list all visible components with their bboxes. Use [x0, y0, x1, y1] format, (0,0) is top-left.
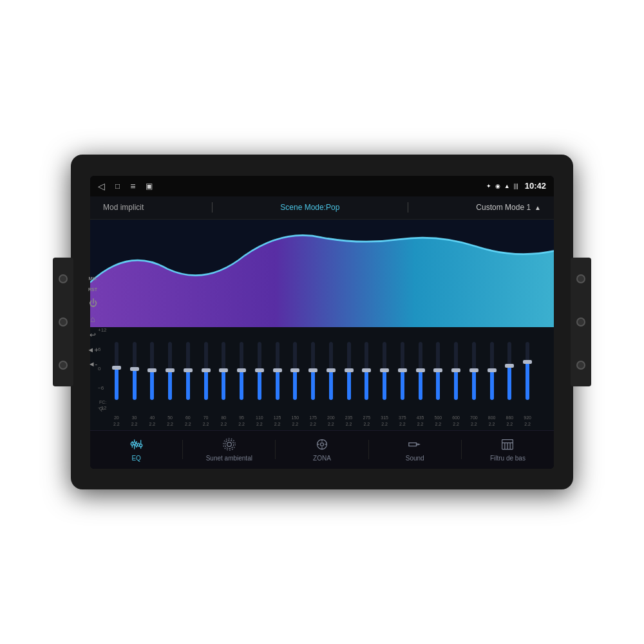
bolt: [59, 317, 68, 327]
slider-track-500[interactable]: [436, 342, 440, 400]
slider-track-125[interactable]: [276, 342, 279, 400]
fc-label-20: 20: [114, 415, 119, 421]
power-icon[interactable]: ⏻: [89, 298, 97, 308]
slider-thumb-275[interactable]: [362, 368, 371, 372]
eq-freq-labels: 202.2302.2402.2502.2602.2702.2802.2952.2…: [90, 412, 554, 430]
right-bracket: [571, 258, 591, 386]
slider-thumb-20[interactable]: [112, 366, 121, 370]
q-label-40: 2.2: [149, 421, 156, 427]
tab-bar: EQSunet ambientalZONASoundFiltru de bas: [90, 430, 554, 469]
slider-track-60[interactable]: [186, 342, 190, 400]
q-label-80: 2.2: [221, 421, 227, 427]
slider-thumb-80[interactable]: [219, 368, 228, 372]
fc-label-60: 60: [185, 415, 191, 421]
slider-track-20[interactable]: [115, 342, 118, 400]
slider-thumb-150[interactable]: [290, 368, 299, 372]
back-side-icon[interactable]: ↩: [90, 330, 96, 339]
eq-band-920: [519, 342, 536, 400]
location-icon: ◉: [495, 183, 500, 189]
q-label-95: 2.2: [238, 421, 245, 427]
mode-custom[interactable]: Custom Mode 1 ▲: [476, 203, 541, 212]
eq-sliders: [90, 327, 554, 412]
slider-track-150[interactable]: [293, 342, 297, 400]
slider-thumb-500[interactable]: [433, 368, 442, 372]
slider-track-50[interactable]: [168, 342, 172, 400]
fc-label-150: 150: [292, 415, 299, 421]
slider-thumb-860[interactable]: [505, 364, 514, 368]
slider-track-200[interactable]: [329, 342, 333, 400]
q-label-375: 2.2: [399, 421, 406, 427]
tab-label-filtru: Filtru de bas: [490, 455, 526, 462]
slider-thumb-700[interactable]: [469, 368, 478, 372]
tab-icon-sunet: [223, 438, 236, 453]
freq-label-col-95: 952.2: [233, 415, 250, 426]
slider-thumb-175[interactable]: [308, 368, 317, 372]
fc-label-700: 700: [470, 415, 478, 421]
slider-track-95[interactable]: [240, 342, 243, 400]
recent-nav-icon[interactable]: ▣: [146, 182, 153, 191]
slider-thumb-200[interactable]: [327, 368, 336, 372]
fc-label-200: 200: [327, 415, 335, 421]
slider-thumb-70[interactable]: [202, 368, 211, 372]
vol-down-icon[interactable]: ◄-: [88, 360, 98, 368]
tab-filtru[interactable]: Filtru de bas: [462, 434, 554, 466]
wave-svg: [90, 220, 554, 327]
tab-sunet[interactable]: Sunet ambiental: [183, 434, 275, 466]
freq-label-col-500: 5002.2: [430, 415, 447, 426]
slider-track-435[interactable]: [419, 342, 422, 400]
tab-zona[interactable]: ZONA: [276, 434, 368, 466]
tab-eq[interactable]: EQ: [90, 434, 182, 466]
slider-track-80[interactable]: [222, 342, 225, 400]
slider-thumb-95[interactable]: [237, 368, 246, 372]
freq-label-col-315: 3152.2: [376, 415, 393, 426]
q-label-60: 2.2: [185, 421, 191, 427]
mode-implicit[interactable]: Mod implicit: [103, 203, 144, 212]
slider-track-375[interactable]: [401, 342, 404, 400]
slider-track-920[interactable]: [526, 342, 529, 400]
home-nav-icon[interactable]: □: [115, 182, 120, 191]
eq-band-125: [269, 342, 286, 400]
slider-thumb-125[interactable]: [273, 368, 282, 372]
mode-bar: Mod implicit Scene Mode:Pop Custom Mode …: [90, 196, 554, 220]
tab-icon-filtru: [501, 438, 514, 453]
slider-thumb-30[interactable]: [130, 367, 139, 371]
tab-icon-zona: [316, 438, 328, 453]
slider-track-175[interactable]: [311, 342, 315, 400]
slider-thumb-600[interactable]: [451, 368, 460, 372]
tab-icon-eq: [130, 438, 143, 453]
slider-track-315[interactable]: [383, 342, 386, 400]
slider-track-700[interactable]: [472, 342, 476, 400]
slider-thumb-60[interactable]: [184, 368, 193, 372]
slider-track-860[interactable]: [507, 342, 511, 400]
home-side-icon[interactable]: ⌂: [90, 314, 95, 324]
tab-sound[interactable]: Sound: [369, 434, 461, 466]
fc-label-315: 315: [381, 415, 388, 421]
slider-thumb-50[interactable]: [166, 368, 175, 372]
freq-label-col-700: 7002.2: [466, 415, 482, 426]
slider-track-110[interactable]: [258, 342, 261, 400]
slider-thumb-40[interactable]: [147, 368, 156, 372]
slider-thumb-920[interactable]: [523, 360, 532, 364]
slider-thumb-375[interactable]: [398, 368, 407, 372]
mode-scene[interactable]: Scene Mode:Pop: [280, 203, 339, 212]
slider-track-600[interactable]: [454, 342, 458, 400]
slider-thumb-435[interactable]: [416, 368, 425, 372]
q-label-860: 2.2: [507, 421, 513, 427]
bolt: [576, 361, 585, 370]
fc-label-920: 920: [524, 415, 531, 421]
vol-up-icon[interactable]: ◄+: [87, 346, 98, 354]
slider-track-235[interactable]: [347, 342, 351, 400]
slider-thumb-110[interactable]: [255, 368, 264, 372]
eq-controls: +12 6 0 −6 −12 202.2302.2402.2502.2602.2…: [90, 327, 554, 430]
menu-nav-icon[interactable]: ≡: [130, 181, 135, 191]
slider-track-40[interactable]: [150, 342, 154, 400]
slider-track-30[interactable]: [133, 342, 137, 400]
slider-track-70[interactable]: [204, 342, 208, 400]
freq-label-col-200: 2002.2: [323, 415, 339, 426]
mode-divider: [408, 202, 408, 213]
slider-track-275[interactable]: [365, 342, 368, 400]
slider-thumb-235[interactable]: [345, 368, 354, 372]
slider-track-800[interactable]: [490, 342, 494, 400]
slider-thumb-800[interactable]: [488, 368, 497, 372]
slider-thumb-315[interactable]: [380, 368, 389, 372]
